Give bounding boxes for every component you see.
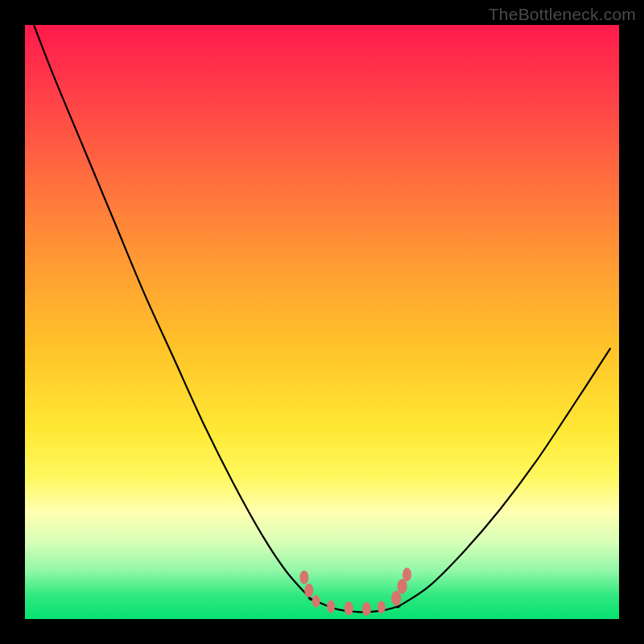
curve-marker — [299, 571, 308, 584]
watermark-text: TheBottleneck.com — [489, 5, 636, 24]
chart-frame: TheBottleneck.com — [0, 0, 644, 644]
curve-marker — [398, 579, 407, 594]
curve-marker — [327, 601, 335, 613]
chart-svg — [25, 25, 619, 619]
curve-marker — [345, 601, 353, 615]
bottleneck-curve — [34, 25, 610, 612]
curve-marker — [391, 591, 401, 606]
curve-marker — [402, 568, 411, 581]
curve-marker — [362, 602, 371, 616]
curve-marker — [304, 584, 313, 597]
plot-area — [25, 25, 619, 619]
curve-marker — [378, 601, 386, 613]
curve-marker — [312, 595, 320, 607]
marker-group — [299, 568, 411, 616]
